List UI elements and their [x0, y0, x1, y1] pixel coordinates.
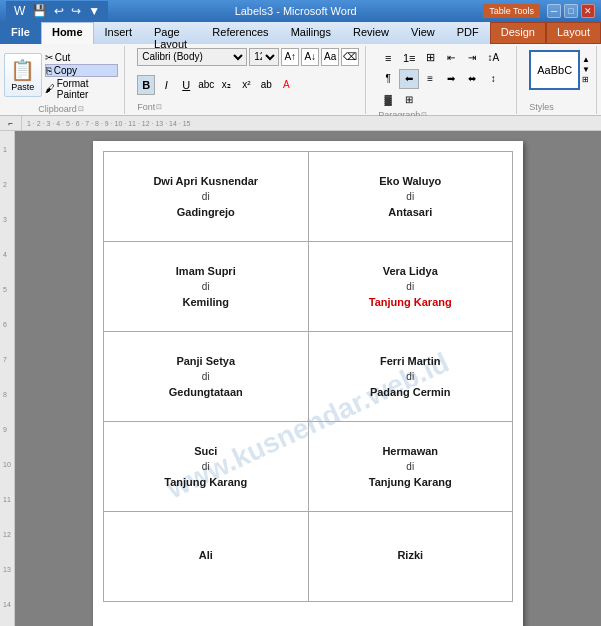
word-icon[interactable]: W [12, 3, 27, 19]
cut-label: Cut [55, 52, 71, 63]
label-di: di [319, 461, 503, 472]
font-group: Calibri (Body) 12 A↑ A↓ Aa ⌫ B I U abc x… [131, 46, 366, 114]
tab-pdf[interactable]: PDF [446, 22, 490, 44]
font-family-select[interactable]: Calibri (Body) [137, 48, 247, 66]
label-place: Antasari [319, 206, 503, 218]
redo-btn[interactable]: ↪ [69, 3, 83, 19]
font-case-button[interactable]: Aa [321, 48, 339, 66]
label-recipient-name: Eko Waluyo [319, 175, 503, 187]
window-title: Labels3 - Microsoft Word [108, 5, 483, 17]
label-cell: HermawandiTanjung Karang [308, 422, 513, 512]
tab-mailings[interactable]: Mailings [280, 22, 342, 44]
ruler-corner[interactable]: ⌐ [0, 116, 22, 131]
tab-home[interactable]: Home [41, 22, 94, 44]
superscript-button[interactable]: x² [237, 75, 255, 95]
label-cell: Ali [104, 512, 309, 602]
styles-more[interactable]: ⊞ [582, 75, 590, 84]
label-place: Tanjung Karang [319, 476, 503, 488]
multilevel-list-button[interactable]: ⊞ [420, 48, 440, 68]
label-cell: Ferri MartindiPadang Cermin [308, 332, 513, 422]
save-btn[interactable]: 💾 [30, 3, 49, 19]
close-button[interactable]: ✕ [581, 4, 595, 18]
copy-button[interactable]: ⎘ Copy [45, 64, 118, 77]
bullets-button[interactable]: ≡ [378, 48, 398, 68]
label-place: Kemiling [114, 296, 298, 308]
subscript-button[interactable]: x₂ [217, 75, 235, 95]
ribbon-tabs: File Home Insert Page Layout References … [0, 22, 601, 44]
label-recipient-name: Vera Lidya [319, 265, 503, 277]
bold-button[interactable]: B [137, 75, 155, 95]
align-right-button[interactable]: ➡ [441, 69, 461, 89]
label-recipient-name: Ferri Martin [319, 355, 503, 367]
label-recipient-name: Ali [114, 549, 298, 561]
numbering-button[interactable]: 1≡ [399, 48, 419, 68]
increase-indent-button[interactable]: ⇥ [462, 48, 482, 68]
clear-format-button[interactable]: ⌫ [341, 48, 359, 66]
document-page: www.kusnendar.web.id Dwi Apri Kusnendard… [93, 141, 523, 626]
align-left-button[interactable]: ⬅ [399, 69, 419, 89]
tab-references[interactable]: References [201, 22, 279, 44]
tab-page-layout[interactable]: Page Layout [143, 22, 201, 44]
font-size-select[interactable]: 12 [249, 48, 279, 66]
normal-style[interactable]: AaBbC [529, 50, 580, 90]
strikethrough-button[interactable]: abc [197, 75, 215, 95]
format-painter-label: Format Painter [57, 78, 118, 100]
label-recipient-name: Imam Supri [114, 265, 298, 277]
decrease-indent-button[interactable]: ⇤ [441, 48, 461, 68]
increase-font-button[interactable]: A↑ [281, 48, 299, 66]
label-cell: SucidiTanjung Karang [104, 422, 309, 512]
table-tools-label: Table Tools [483, 4, 540, 18]
tab-view[interactable]: View [400, 22, 446, 44]
styles-group-label: Styles [529, 102, 590, 112]
font-dialog-launcher[interactable]: ⊡ [156, 103, 162, 111]
title-bar-left: W 💾 ↩ ↪ ▼ [6, 1, 108, 21]
maximize-button[interactable]: □ [564, 4, 578, 18]
label-cell: Rizki [308, 512, 513, 602]
label-cell: Imam SupridiKemiling [104, 242, 309, 332]
tab-insert[interactable]: Insert [94, 22, 144, 44]
paste-button[interactable]: 📋 Paste [4, 53, 42, 97]
label-di: di [319, 281, 503, 292]
label-place: Gadingrejo [114, 206, 298, 218]
justify-button[interactable]: ⬌ [462, 69, 482, 89]
line-spacing-button[interactable]: ↕ [483, 69, 503, 89]
copy-label: Copy [54, 65, 77, 76]
styles-scroll-down[interactable]: ▼ [582, 65, 590, 74]
tab-design[interactable]: Design [490, 22, 546, 44]
label-di: di [114, 281, 298, 292]
label-recipient-name: Suci [114, 445, 298, 457]
align-center-button[interactable]: ≡ [420, 69, 440, 89]
clipboard-dialog-launcher[interactable]: ⊡ [78, 105, 84, 113]
minimize-button[interactable]: ─ [547, 4, 561, 18]
undo-btn[interactable]: ↩ [52, 3, 66, 19]
italic-button[interactable]: I [157, 75, 175, 95]
customize-btn[interactable]: ▼ [86, 3, 102, 19]
label-di: di [114, 191, 298, 202]
show-marks-button[interactable]: ¶ [378, 69, 398, 89]
document-scroll-area[interactable]: www.kusnendar.web.id Dwi Apri Kusnendard… [15, 131, 601, 626]
ribbon-content: 📋 Paste ✂ Cut ⎘ Copy 🖌 Format Painter C [0, 44, 601, 116]
label-table: Dwi Apri KusnendardiGadingrejoEko Waluyo… [103, 151, 513, 602]
label-place: Tanjung Karang [319, 296, 503, 308]
decrease-font-button[interactable]: A↓ [301, 48, 319, 66]
paste-icon: 📋 [10, 58, 35, 82]
label-di: di [114, 371, 298, 382]
document-area: 123456789101112131415 www.kusnendar.web.… [0, 131, 601, 626]
borders-button[interactable]: ⊞ [399, 90, 419, 110]
label-place: Padang Cermin [319, 386, 503, 398]
copy-icon: ⎘ [46, 65, 52, 76]
styles-scroll-up[interactable]: ▲ [582, 55, 590, 64]
label-di: di [319, 371, 503, 382]
paragraph-group: ≡ 1≡ ⊞ ⇤ ⇥ ↕A ¶ ⬅ ≡ ➡ ⬌ ↕ ▓ ⊞ Paragraph … [372, 46, 517, 114]
shading-button[interactable]: ▓ [378, 90, 398, 110]
label-recipient-name: Rizki [319, 549, 503, 561]
underline-button[interactable]: U [177, 75, 195, 95]
highlight-button[interactable]: ab [257, 75, 275, 95]
tab-file[interactable]: File [0, 22, 41, 44]
sort-button[interactable]: ↕A [483, 48, 503, 68]
tab-layout[interactable]: Layout [546, 22, 601, 44]
tab-review[interactable]: Review [342, 22, 400, 44]
format-painter-button[interactable]: 🖌 Format Painter [45, 78, 118, 100]
cut-button[interactable]: ✂ Cut [45, 52, 118, 63]
font-color-button[interactable]: A [277, 75, 295, 95]
